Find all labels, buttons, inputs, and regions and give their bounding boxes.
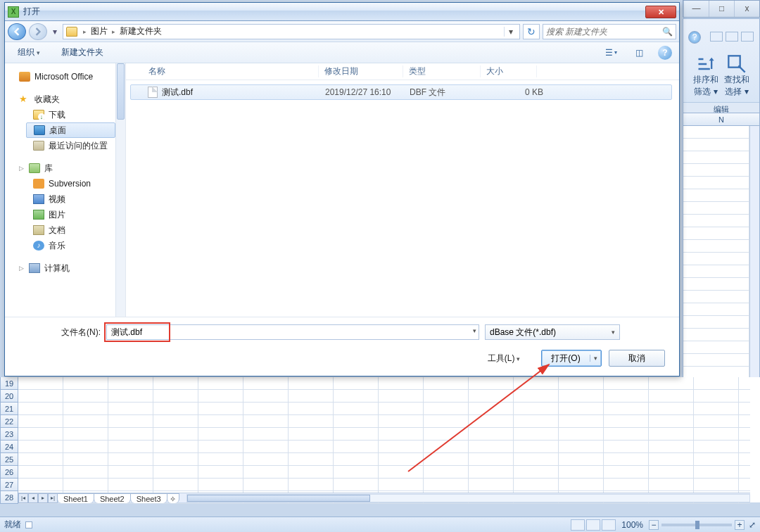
filename-input[interactable]: [106, 324, 479, 340]
sheet-tab-2[interactable]: Sheet2: [94, 493, 131, 503]
search-box[interactable]: 🔍: [543, 24, 676, 39]
horizontal-scrollbar[interactable]: [186, 494, 750, 502]
sort-filter-button[interactable]: 排序和 筛选 ▾: [693, 54, 718, 98]
file-list-header[interactable]: 名称 修改日期 类型 大小: [126, 63, 679, 80]
new-sheet-tab[interactable]: ✧: [167, 493, 179, 503]
sidebar-item-music[interactable]: 音乐: [12, 238, 125, 253]
ribbon-mini-button[interactable]: [741, 32, 754, 42]
file-icon: [148, 87, 158, 98]
filetype-dropdown[interactable]: dBase 文件(*.dbf) ▾: [485, 324, 620, 340]
library-icon: [29, 163, 40, 173]
col-type[interactable]: 类型: [403, 65, 481, 77]
excel-minimize-button[interactable]: —: [683, 1, 709, 17]
row-header[interactable]: 19: [0, 377, 18, 390]
tab-nav-first[interactable]: |◂: [18, 493, 28, 503]
breadcrumb-seg-1[interactable]: 图片: [91, 25, 108, 37]
row-header[interactable]: 26: [0, 466, 18, 479]
row-header[interactable]: 28: [0, 491, 18, 504]
file-list: 名称 修改日期 类型 大小 测试.dbf 2019/12/27 16:10 DB…: [126, 63, 679, 317]
excel-maximize-button[interactable]: □: [709, 1, 734, 17]
dialog-close-button[interactable]: ✕: [645, 6, 676, 18]
row-header[interactable]: 24: [0, 441, 18, 453]
new-folder-button[interactable]: 新建文件夹: [56, 44, 109, 61]
dialog-footer: 文件名(N): ▾ dBase 文件(*.dbf) ▾ 工具(L) 打开(O) …: [5, 317, 679, 376]
excel-close-button[interactable]: x: [734, 1, 759, 17]
macro-record-icon[interactable]: [25, 521, 32, 528]
folder-icon: [66, 27, 77, 37]
search-input[interactable]: [546, 27, 659, 37]
sidebar-item-downloads[interactable]: 下载: [12, 107, 125, 122]
sheet-tab-1[interactable]: Sheet1: [57, 493, 94, 503]
view-normal-button[interactable]: [571, 519, 585, 531]
status-bar: 就绪 100% − + ⤢: [0, 517, 760, 532]
row-header[interactable]: 21: [0, 403, 18, 415]
row-header[interactable]: 23: [0, 428, 18, 441]
sidebar-item-computer[interactable]: ▷计算机: [12, 260, 125, 276]
row-header[interactable]: 20: [0, 390, 18, 403]
filename-label: 文件名(N):: [18, 327, 101, 338]
svg-line-1: [738, 65, 745, 72]
computer-icon: [29, 263, 40, 273]
zoom-in-button[interactable]: +: [735, 520, 745, 530]
ribbon-mini-button[interactable]: [726, 32, 738, 42]
music-icon: [33, 241, 44, 251]
zoom-level[interactable]: 100%: [621, 520, 643, 530]
sidebar-scrollbar[interactable]: [115, 63, 125, 317]
sheet-tab-3[interactable]: Sheet3: [130, 493, 167, 503]
file-size: 0 KB: [487, 87, 543, 97]
open-button-split[interactable]: ▾: [590, 355, 601, 362]
open-button[interactable]: 打开(O) ▾: [541, 350, 602, 367]
sidebar-item-pictures[interactable]: 图片: [12, 207, 125, 222]
zoom-out-button[interactable]: −: [649, 520, 659, 530]
file-type: DBF 文件: [410, 87, 487, 99]
nav-forward-button[interactable]: [29, 23, 47, 40]
view-pagebreak-button[interactable]: [602, 519, 616, 531]
sidebar-item-office[interactable]: Microsoft Office: [12, 69, 125, 84]
nav-back-button[interactable]: [8, 23, 26, 40]
find-select-button[interactable]: 查找和 选择 ▾: [724, 54, 749, 98]
col-size[interactable]: 大小: [481, 65, 537, 77]
sidebar: Microsoft Office ★收藏夹 下载 桌面 最近访问的位置 ▷库 S…: [5, 63, 126, 317]
status-ready: 就绪: [4, 519, 21, 531]
view-mode-button[interactable]: ☰: [602, 45, 620, 61]
row-header[interactable]: 25: [0, 453, 18, 466]
spreadsheet-lower: 19202122232425262728 |◂ ◂ ▸ ▸| Sheet1 Sh…: [0, 377, 760, 502]
tab-nav-prev[interactable]: ◂: [28, 493, 38, 503]
sidebar-item-video[interactable]: 视频: [12, 191, 125, 207]
pictures-icon: [33, 210, 44, 220]
excel-icon: [8, 6, 19, 18]
sidebar-item-recent[interactable]: 最近访问的位置: [12, 138, 125, 153]
col-date[interactable]: 修改日期: [319, 65, 403, 77]
row-header[interactable]: 22: [0, 415, 18, 428]
zoom-slider[interactable]: [661, 524, 732, 526]
breadcrumb-dropdown[interactable]: ▾: [504, 27, 517, 37]
sidebar-item-documents[interactable]: 文档: [12, 222, 125, 238]
col-name[interactable]: 名称: [143, 65, 319, 77]
organize-button[interactable]: 组织: [12, 44, 46, 61]
column-header-N[interactable]: N: [683, 113, 759, 126]
refresh-button[interactable]: ↻: [523, 24, 540, 39]
help-icon[interactable]: ?: [688, 31, 701, 44]
breadcrumb-seg-2[interactable]: 新建文件夹: [120, 25, 162, 37]
view-pagelayout-button[interactable]: [586, 519, 600, 531]
search-icon: 🔍: [662, 27, 673, 37]
sidebar-item-libraries[interactable]: ▷库: [12, 160, 125, 176]
tools-dropdown[interactable]: 工具(L): [488, 353, 520, 365]
nav-history-dropdown[interactable]: ▾: [50, 23, 60, 40]
tab-nav-last[interactable]: ▸|: [48, 493, 58, 503]
filename-dropdown[interactable]: ▾: [473, 327, 476, 334]
row-header[interactable]: 27: [0, 479, 18, 491]
file-row[interactable]: 测试.dbf 2019/12/27 16:10 DBF 文件 0 KB: [130, 84, 672, 100]
sidebar-item-subversion[interactable]: Subversion: [12, 176, 125, 191]
preview-pane-button[interactable]: ◫: [630, 45, 648, 61]
breadcrumb[interactable]: ▸ 图片 ▸ 新建文件夹 ▾: [63, 24, 520, 39]
fullscreen-icon[interactable]: ⤢: [749, 520, 756, 530]
tab-nav-next[interactable]: ▸: [38, 493, 48, 503]
sidebar-item-desktop[interactable]: 桌面: [26, 122, 115, 138]
downloads-icon: [33, 110, 44, 120]
dialog-titlebar[interactable]: 打开 ✕: [5, 3, 679, 21]
cancel-button[interactable]: 取消: [609, 350, 665, 367]
help-button[interactable]: ?: [658, 46, 672, 60]
ribbon-mini-button[interactable]: [710, 32, 723, 42]
sidebar-item-favorites[interactable]: ★收藏夹: [12, 91, 125, 107]
